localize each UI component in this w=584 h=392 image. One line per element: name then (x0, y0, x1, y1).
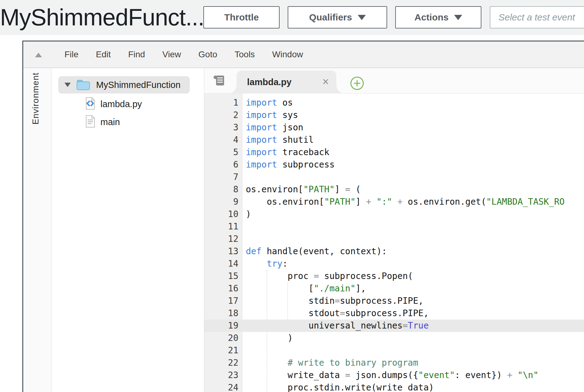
folder-icon (76, 79, 91, 90)
code-text: import traceback (243, 146, 330, 159)
line-number: 9 (204, 196, 243, 208)
expander-caret-icon[interactable] (64, 83, 71, 87)
menu-item-file[interactable]: File (56, 41, 87, 68)
tree-item-main[interactable]: main (85, 115, 120, 129)
code-line-7[interactable]: 7 (204, 171, 584, 183)
code-line-4[interactable]: 4import shutil (204, 134, 584, 146)
code-text: import subprocess (243, 159, 335, 171)
code-text: stdout=subprocess.PIPE, (243, 307, 429, 320)
line-number: 3 (204, 121, 243, 134)
code-editor[interactable]: 1import os2import sys3import json4import… (204, 94, 584, 392)
qualifiers-button[interactable]: Qualifiers (288, 6, 387, 28)
code-line-19[interactable]: 19 universal_newlines=True (204, 320, 584, 332)
menu-item-window[interactable]: Window (263, 41, 312, 68)
side-tab-strip: Environment (23, 68, 51, 392)
tab-close-icon[interactable]: × (322, 71, 329, 93)
code-line-14[interactable]: 14 try: (204, 258, 584, 270)
code-line-17[interactable]: 17 stdin=subprocess.PIPE, (204, 295, 584, 307)
line-number: 17 (204, 295, 243, 307)
code-line-2[interactable]: 2import sys (204, 109, 584, 121)
new-tab-plus-icon[interactable] (350, 76, 364, 90)
menu-items: FileEditFindViewGotoToolsWindow (56, 41, 312, 68)
line-number: 15 (204, 270, 243, 282)
code-line-15[interactable]: 15 proc = subprocess.Popen( (204, 270, 584, 282)
line-number: 24 (204, 381, 243, 392)
code-text: ) (243, 332, 293, 344)
line-number: 12 (204, 233, 243, 245)
throttle-button[interactable]: Throttle (203, 6, 280, 28)
code-line-16[interactable]: 16 ["./main"], (204, 282, 584, 295)
code-line-21[interactable]: 21 (204, 344, 584, 357)
code-line-8[interactable]: 8os.environ["PATH"] = ( (204, 183, 584, 196)
text-file-icon (85, 115, 95, 129)
menu-item-tools[interactable]: Tools (226, 41, 263, 68)
menu-item-goto[interactable]: Goto (190, 41, 226, 68)
menu-item-find[interactable]: Find (119, 41, 153, 68)
code-text: def handle(event, context): (243, 245, 387, 258)
code-text: proc.stdin.write(write_data) (243, 381, 434, 392)
code-line-6[interactable]: 6import subprocess (204, 159, 584, 171)
qualifiers-button-label: Qualifiers (309, 12, 352, 23)
code-text (243, 171, 246, 183)
caret-down-icon (454, 15, 462, 20)
tab-list-icon[interactable] (212, 73, 227, 88)
code-text: try: (243, 258, 288, 270)
throttle-button-label: Throttle (224, 12, 259, 23)
actions-button-label: Actions (414, 12, 449, 23)
tree-folder-row[interactable]: MyShimmedFunction (58, 76, 190, 94)
code-text: os.environ["PATH"] = ( (243, 183, 361, 196)
code-line-12[interactable]: 12 (204, 233, 584, 245)
menu-item-view[interactable]: View (154, 41, 190, 68)
collapse-editor-icon[interactable] (35, 53, 42, 57)
code-text: import shutil (243, 134, 314, 146)
code-line-23[interactable]: 23 write_data = json.dumps({"event": eve… (204, 369, 584, 381)
file-tree-panel: MyShimmedFunction lambda.pymain (51, 68, 204, 392)
line-number: 19 (204, 320, 243, 332)
code-text: write_data = json.dumps({"event": event}… (243, 369, 538, 381)
code-text (243, 233, 246, 245)
code-text: ["./main"], (243, 282, 366, 295)
file-label: main (100, 117, 120, 127)
code-line-24[interactable]: 24 proc.stdin.write(write_data) (204, 381, 584, 392)
code-line-18[interactable]: 18 stdout=subprocess.PIPE, (204, 307, 584, 320)
line-number: 20 (204, 332, 243, 344)
line-number: 22 (204, 357, 243, 369)
editor-pane: lambda.py × 1import os2import sys3import… (204, 68, 584, 392)
lambda-console: MyShimmedFunct... Throttle Qualifiers Ac… (0, 0, 584, 392)
editor-tab-bar: lambda.py × (204, 68, 584, 94)
code-line-22[interactable]: 22 # write to binary program (204, 357, 584, 369)
tab-environment[interactable]: Environment (31, 72, 41, 124)
code-text: import sys (243, 109, 298, 121)
code-text: universal_newlines=True (243, 320, 429, 332)
test-event-placeholder: Select a test event (498, 12, 575, 23)
line-number: 4 (204, 134, 243, 146)
line-number: 10 (204, 208, 243, 220)
code-text: os.environ["PATH"] + ":" + os.environ.ge… (243, 196, 564, 208)
folder-label: MyShimmedFunction (96, 80, 180, 90)
menu-item-edit[interactable]: Edit (87, 41, 119, 68)
code-line-3[interactable]: 3import json (204, 121, 584, 134)
code-text: ) (243, 208, 251, 220)
code-text: stdin=subprocess.PIPE, (243, 295, 423, 307)
tree-item-lambda-py[interactable]: lambda.py (85, 97, 142, 111)
code-line-5[interactable]: 5import traceback (204, 146, 584, 159)
code-line-1[interactable]: 1import os (204, 97, 584, 109)
code-line-20[interactable]: 20 ) (204, 332, 584, 344)
function-name-title: MyShimmedFunct... (0, 4, 204, 31)
code-line-11[interactable]: 11 (204, 220, 584, 233)
actions-button[interactable]: Actions (395, 6, 481, 28)
line-number: 8 (204, 183, 243, 196)
code-text: proc = subprocess.Popen( (243, 270, 413, 282)
line-number: 1 (204, 97, 243, 109)
test-event-select[interactable]: Select a test event (490, 6, 584, 28)
code-line-10[interactable]: 10) (204, 208, 584, 220)
line-number: 5 (204, 146, 243, 159)
line-number: 18 (204, 307, 243, 320)
tab-lambda-py[interactable]: lambda.py × (237, 71, 336, 94)
code-line-13[interactable]: 13def handle(event, context): (204, 245, 584, 258)
line-number: 14 (204, 258, 243, 270)
code-text: # write to binary program (243, 357, 418, 369)
code-text (243, 344, 246, 357)
code-line-9[interactable]: 9 os.environ["PATH"] + ":" + os.environ.… (204, 196, 584, 208)
file-label: lambda.py (100, 99, 142, 109)
